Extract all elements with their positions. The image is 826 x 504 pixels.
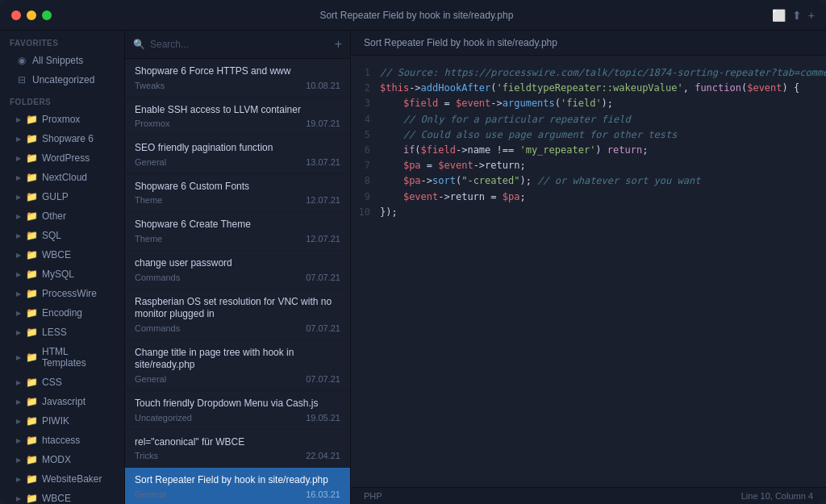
search-bar: 🔍 + <box>125 31 350 59</box>
sidebar-item-label: SQL <box>42 230 61 241</box>
sidebar-item-wbce2[interactable]: ▶ 📁 WBCE <box>3 489 121 504</box>
folder-icon: 📁 <box>26 152 37 164</box>
sidebar-item-wbce[interactable]: ▶ 📁 WBCE <box>3 246 121 264</box>
snippet-date: 12.07.21 <box>306 195 340 205</box>
code-line: 5 // Could also use page argument for ot… <box>351 127 826 143</box>
chevron-icon: ▶ <box>16 495 21 502</box>
list-item[interactable]: SEO friendly pagination function General… <box>125 135 350 174</box>
window-title: Sort Repeater Field by hook in site/read… <box>61 10 772 21</box>
sidebar-item-css[interactable]: ▶ 📁 CSS <box>3 373 121 391</box>
code-line: 3 $field = $event->arguments('field'); <box>351 96 826 111</box>
folder-icon: 📁 <box>26 327 37 338</box>
folders-header: Folders <box>0 90 124 110</box>
add-snippet-icon[interactable]: + <box>808 9 815 22</box>
line-number: 3 <box>351 96 380 111</box>
cursor-position: Line 10, Column 4 <box>741 491 813 501</box>
snippet-title: Sort Repeater Field by hook in site/read… <box>135 474 340 487</box>
share-icon[interactable]: ⬆ <box>792 9 802 22</box>
chevron-icon: ▶ <box>16 232 21 240</box>
list-item[interactable]: Shopware 6 Create Theme Theme 12.07.21 <box>125 212 350 251</box>
search-input[interactable] <box>150 39 330 50</box>
sidebar-item-javascript[interactable]: ▶ 📁 Javascript <box>3 393 121 410</box>
line-number: 4 <box>351 112 380 127</box>
snippet-title: Raspberian OS set resolution for VNC wit… <box>135 296 340 321</box>
line-content: $event->return = $pa; <box>380 190 826 205</box>
sidebar-item-uncategorized[interactable]: ⊟ Uncategorized <box>3 71 121 89</box>
line-number: 2 <box>351 81 380 96</box>
list-item[interactable]: Sort Repeater Field by hook in site/read… <box>125 468 350 504</box>
minimize-button[interactable] <box>27 10 36 20</box>
sidebar-item-nextcloud[interactable]: ▶ 📁 NextCloud <box>3 169 121 186</box>
language-label: PHP <box>364 491 382 501</box>
folder-icon: 📁 <box>26 269 37 280</box>
line-number: 7 <box>351 158 380 173</box>
line-content: $this->addHookAfter('fieldtypeRepeater::… <box>380 81 826 96</box>
sidebar-item-wordpress[interactable]: ▶ 📁 WordPress <box>3 149 121 167</box>
sidebar-item-label: WebsiteBaker <box>42 473 102 485</box>
code-footer: PHP Line 10, Column 4 <box>351 487 826 504</box>
snippet-date: 07.07.21 <box>306 273 340 282</box>
sidebar-item-processwire[interactable]: ▶ 📁 ProcessWire <box>3 285 121 302</box>
sidebar-item-label: GULP <box>42 191 69 202</box>
sidebar-item-label: NextCloud <box>42 172 87 183</box>
sidebar-item-less[interactable]: ▶ 📁 LESS <box>3 323 121 341</box>
sidebar-item-piwik[interactable]: ▶ 📁 PIWIK <box>3 412 121 430</box>
chevron-icon: ▶ <box>16 456 21 464</box>
list-item[interactable]: Enable SSH access to LLVM container Prox… <box>125 98 350 136</box>
filename-label: Sort Repeater Field by hook in site/read… <box>364 37 557 48</box>
snippet-meta: General 16.03.21 <box>135 489 340 499</box>
sidebar-item-encoding[interactable]: ▶ 📁 Encoding <box>3 304 121 322</box>
snippet-title: SEO friendly pagination function <box>135 142 340 155</box>
code-line: 7 $pa = $event->return; <box>351 158 826 173</box>
add-button[interactable]: + <box>335 37 342 52</box>
sidebar-item-other[interactable]: ▶ 📁 Other <box>3 207 121 225</box>
snippet-date: 16.03.21 <box>306 489 340 499</box>
line-content: if($field->name !== 'my_repeater') retur… <box>380 143 826 158</box>
line-content: // Could also use page argument for othe… <box>380 127 826 143</box>
sidebar-item-modx[interactable]: ▶ 📁 MODX <box>3 451 121 469</box>
sidebar-item-proxmox[interactable]: ▶ 📁 Proxmox <box>3 110 121 128</box>
sidebar-item-all-snippets[interactable]: ◉ All Snippets <box>3 52 121 69</box>
folder-icon: 📁 <box>26 114 37 125</box>
maximize-button[interactable] <box>42 10 52 20</box>
close-button[interactable] <box>11 10 21 20</box>
sidebar-item-label: Proxmox <box>42 114 80 125</box>
code-line: 4 // Only for a particular repeater fiel… <box>351 112 826 127</box>
list-item[interactable]: Shopware 6 Custom Fonts Theme 12.07.21 <box>125 174 350 213</box>
snippet-category: Theme <box>135 195 162 205</box>
chevron-icon: ▶ <box>16 379 21 386</box>
list-item[interactable]: Shopware 6 Force HTTPS and www Tweaks 10… <box>125 59 350 98</box>
snippet-meta: Tweaks 10.08.21 <box>135 81 340 90</box>
snippet-list: 🔍 + Shopware 6 Force HTTPS and www Tweak… <box>125 31 351 504</box>
list-item[interactable]: Change title in page tree with hook in s… <box>125 340 350 391</box>
folder-icon: 📁 <box>26 352 37 363</box>
chevron-icon: ▶ <box>16 476 21 483</box>
sidebar-item-htaccess[interactable]: ▶ 📁 htaccess <box>3 431 121 449</box>
code-content[interactable]: 1// Source: https://processwire.com/talk… <box>351 56 826 487</box>
line-content: $field = $event->arguments('field'); <box>380 96 826 111</box>
chevron-icon: ▶ <box>16 437 21 444</box>
sidebar-item-shopware6[interactable]: ▶ 📁 Shopware 6 <box>3 130 121 148</box>
sidebar-item-html-templates[interactable]: ▶ 📁 HTML Templates <box>3 343 121 372</box>
chevron-icon: ▶ <box>16 135 21 143</box>
snippet-meta: General 07.07.21 <box>135 374 340 384</box>
snippet-title: Shopware 6 Custom Fonts <box>135 181 340 194</box>
sidebar-item-mysql[interactable]: ▶ 📁 MySQL <box>3 265 121 283</box>
snippet-category: Commands <box>135 323 180 333</box>
list-item[interactable]: rel="canonical" für WBCE Tricks 22.04.21 <box>125 430 350 469</box>
list-item[interactable]: Raspberian OS set resolution for VNC wit… <box>125 289 350 340</box>
list-item[interactable]: Touch friendly Dropdown Menu via Cash.js… <box>125 391 350 430</box>
sidebar-item-label: Other <box>42 210 66 222</box>
snippet-date: 10.08.21 <box>306 81 340 90</box>
split-view-icon[interactable]: ⬜ <box>772 9 786 22</box>
list-item[interactable]: change user password Commands 07.07.21 <box>125 251 350 289</box>
folder-icon: 📁 <box>26 288 37 299</box>
sidebar-item-label: All Snippets <box>32 55 83 66</box>
sidebar-item-websitebaker[interactable]: ▶ 📁 WebsiteBaker <box>3 470 121 488</box>
all-snippets-icon: ◉ <box>16 55 27 66</box>
folder-icon: 📁 <box>26 473 37 485</box>
snippet-category: Uncategorized <box>135 413 192 423</box>
chevron-icon: ▶ <box>16 418 21 425</box>
sidebar-item-sql[interactable]: ▶ 📁 SQL <box>3 227 121 244</box>
sidebar-item-gulp[interactable]: ▶ 📁 GULP <box>3 188 121 206</box>
